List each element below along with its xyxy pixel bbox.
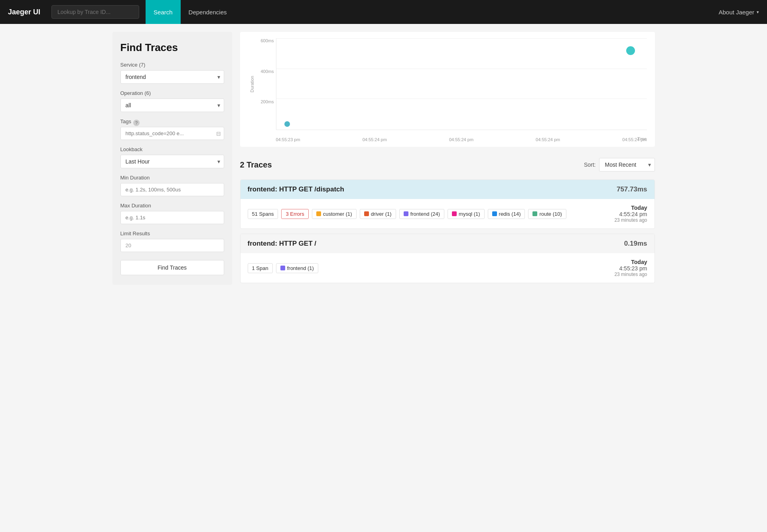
operation-label: Operation (6) <box>120 90 224 96</box>
tags-input-wrapper: ⊟ <box>120 127 224 140</box>
min-duration-label: Min Duration <box>120 175 224 181</box>
operation-select[interactable]: all <box>120 99 224 112</box>
x-label-1: 04:55:23 pm <box>276 137 300 142</box>
error-label-0: 3 Errors <box>286 211 304 217</box>
max-duration-group: Max Duration <box>120 203 224 224</box>
y-label-600: 600ms <box>260 38 274 43</box>
y-label-400: 400ms <box>260 69 274 74</box>
tags-input[interactable] <box>120 127 224 140</box>
grid-line-mid1 <box>276 69 647 69</box>
service-select[interactable]: frontend <box>120 70 224 84</box>
sort-select-wrapper[interactable]: Most Recent Longest First Shortest First… <box>599 158 655 171</box>
sort-label: Sort: <box>584 162 596 168</box>
service-tag-customer: customer (1) <box>312 209 357 219</box>
lookback-label: Lookback <box>120 146 224 152</box>
frontend-color <box>404 211 408 216</box>
span-count-label-1: 1 Span <box>252 265 268 271</box>
sort-select[interactable]: Most Recent Longest First Shortest First… <box>599 158 655 171</box>
limit-input[interactable] <box>120 239 224 252</box>
trace-time-1: 4:55:23 pm <box>595 265 647 272</box>
service-tag-frontend-1: frontend (1) <box>276 263 318 273</box>
operation-select-wrapper[interactable]: all <box>120 99 224 112</box>
trace-duration-0: 757.73ms <box>617 185 647 193</box>
service-tag-route: route (10) <box>528 209 566 219</box>
trace-card-body-0: 51 Spans 3 Errors customer (1) driver (1… <box>241 199 655 229</box>
trace-meta-1: Today 4:55:23 pm 23 minutes ago <box>595 259 647 277</box>
y-label-200: 200ms <box>260 99 274 104</box>
tags-help-icon[interactable]: ? <box>133 120 140 126</box>
about-jaeger-label: About Jaeger <box>719 9 754 16</box>
driver-color <box>364 211 369 216</box>
trace-card-1[interactable]: frontend: HTTP GET / 0.19ms 1 Span front… <box>240 234 655 283</box>
sort-wrapper: Sort: Most Recent Longest First Shortest… <box>584 158 655 171</box>
service-tag-frontend: frontend (24) <box>399 209 444 219</box>
panel-title: Find Traces <box>120 41 224 54</box>
traces-header: 2 Traces Sort: Most Recent Longest First… <box>240 153 655 176</box>
service-tag-redis: redis (14) <box>488 209 525 219</box>
trace-date-0: Today <box>595 205 647 211</box>
span-count-tag-0: 51 Spans <box>248 209 278 219</box>
trace-ago-1: 23 minutes ago <box>595 272 647 277</box>
mysql-label: mysql (1) <box>459 211 480 217</box>
min-duration-group: Min Duration <box>120 175 224 196</box>
header: Jaeger UI Search Dependencies About Jaeg… <box>0 0 767 24</box>
chart-container: Duration 600ms 400ms 200ms <box>240 32 655 147</box>
right-panel: Duration 600ms 400ms 200ms <box>240 32 655 288</box>
limit-group: Limit Results <box>120 231 224 252</box>
mysql-color <box>452 211 457 216</box>
trace-duration-1: 0.19ms <box>624 240 647 248</box>
service-tag-driver: driver (1) <box>360 209 396 219</box>
x-label-3: 04:55:24 pm <box>449 137 473 142</box>
app-logo: Jaeger UI <box>8 8 40 16</box>
redis-color <box>492 211 497 216</box>
trace-card-0[interactable]: frontend: HTTP GET /dispatch 757.73ms 51… <box>240 179 655 229</box>
service-select-wrapper[interactable]: frontend <box>120 70 224 84</box>
service-tag-mysql: mysql (1) <box>448 209 484 219</box>
route-color <box>532 211 537 216</box>
left-panel: Find Traces Service (7) frontend Operati… <box>112 32 232 285</box>
lookback-select[interactable]: Last Hour <box>120 155 224 168</box>
grid-line-mid2 <box>276 99 647 99</box>
frontend-label: frontend (24) <box>410 211 440 217</box>
max-duration-input[interactable] <box>120 211 224 224</box>
max-duration-label: Max Duration <box>120 203 224 209</box>
grid-line-top <box>276 38 647 39</box>
trace-meta-0: Today 4:55:24 pm 23 minutes ago <box>595 205 647 223</box>
main-container: Find Traces Service (7) frontend Operati… <box>105 24 663 296</box>
y-axis-labels: 600ms 400ms 200ms <box>255 38 277 130</box>
trace-id-input[interactable] <box>51 5 139 19</box>
span-count-label-0: 51 Spans <box>252 211 274 217</box>
service-group: Service (7) frontend <box>120 62 224 84</box>
x-axis-labels: 04:55:23 pm 04:55:24 pm 04:55:24 pm 04:5… <box>276 136 647 142</box>
main-nav: Search Dependencies <box>146 0 235 24</box>
trace-card-header-1: frontend: HTTP GET / 0.19ms <box>241 234 655 253</box>
y-axis-title: Duration <box>248 38 256 130</box>
route-label: route (10) <box>539 211 562 217</box>
x-label-2: 04:55:24 pm <box>363 137 387 142</box>
lookback-select-wrapper[interactable]: Last Hour <box>120 155 224 168</box>
trace-card-body-1: 1 Span frontend (1) Today 4:55:23 pm 23 … <box>241 253 655 283</box>
operation-group: Operation (6) all <box>120 90 224 112</box>
tags-label: Tags <box>120 118 131 124</box>
nav-search[interactable]: Search <box>146 0 181 24</box>
frontend-label-1: frontend (1) <box>287 265 314 271</box>
tags-group: Tags ? ⊟ <box>120 118 224 140</box>
frontend-color-1 <box>280 266 285 270</box>
customer-color <box>316 211 321 216</box>
lookback-group: Lookback Last Hour <box>120 146 224 168</box>
service-label: Service (7) <box>120 62 224 68</box>
trace-ago-0: 23 minutes ago <box>595 217 647 223</box>
x-axis-title: Time <box>637 136 647 141</box>
nav-dependencies[interactable]: Dependencies <box>181 0 235 24</box>
chart-area: Duration 600ms 400ms 200ms <box>248 38 647 142</box>
x-label-4: 04:55:24 pm <box>536 137 560 142</box>
limit-label: Limit Results <box>120 231 224 236</box>
chart-dot-small <box>284 121 290 127</box>
about-jaeger-menu[interactable]: About Jaeger ▾ <box>719 9 759 16</box>
chart-dot-large <box>626 46 635 55</box>
min-duration-input[interactable] <box>120 183 224 196</box>
trace-tags-0: 51 Spans 3 Errors customer (1) driver (1… <box>248 209 595 219</box>
chevron-down-icon: ▾ <box>757 10 759 15</box>
find-traces-button[interactable]: Find Traces <box>120 260 224 275</box>
tags-filter-icon: ⊟ <box>216 130 221 137</box>
